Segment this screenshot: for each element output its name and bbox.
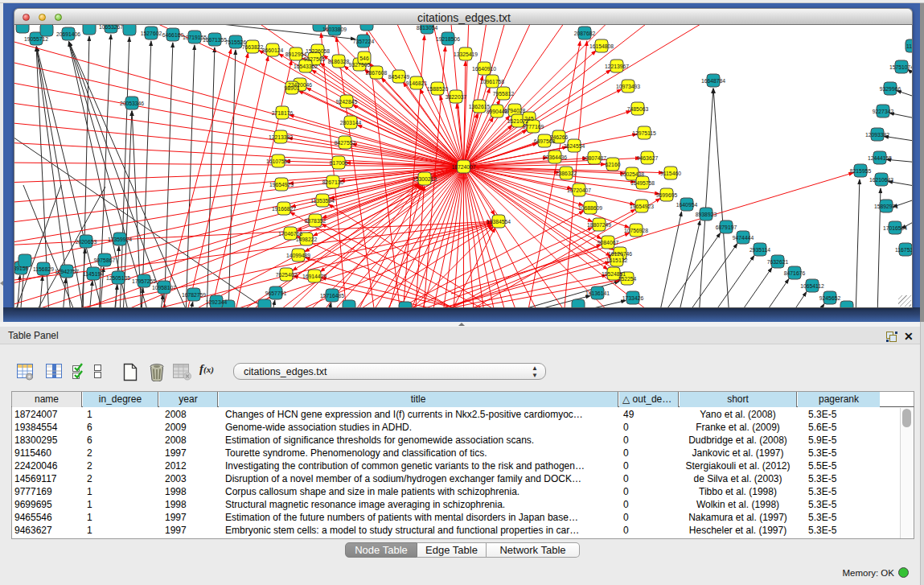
svg-text:15300213: 15300213	[413, 176, 437, 182]
svg-text:17359924: 17359924	[108, 237, 132, 242]
svg-text:16033809: 16033809	[322, 27, 347, 32]
svg-text:13325419: 13325419	[454, 51, 478, 57]
svg-text:14099489: 14099489	[286, 253, 310, 258]
svg-text:8186328: 8186328	[328, 59, 350, 64]
svg-text:7625402: 7625402	[276, 272, 298, 278]
svg-text:9474444: 9474444	[733, 235, 754, 241]
svg-text:2087682: 2087682	[574, 31, 596, 36]
svg-text:19218506: 19218506	[436, 36, 460, 42]
svg-text:16107552: 16107552	[266, 159, 290, 164]
svg-text:8454749: 8454749	[388, 74, 410, 80]
svg-text:8267130: 8267130	[322, 179, 344, 185]
svg-text:9115460: 9115460	[660, 171, 681, 176]
svg-text:3822037: 3822037	[446, 94, 467, 100]
svg-text:17016504: 17016504	[883, 225, 907, 231]
svg-text:16640910: 16640910	[472, 66, 496, 72]
svg-text:1156829: 1156829	[33, 266, 54, 272]
svg-text:817006: 817006	[330, 160, 348, 166]
svg-text:8938923: 8938923	[696, 212, 717, 217]
svg-text:252254: 252254	[618, 276, 637, 282]
svg-text:7485063: 7485063	[627, 106, 649, 112]
svg-text:62160: 62160	[606, 162, 621, 167]
svg-text:1145194: 1145194	[83, 271, 104, 277]
svg-text:16495758: 16495758	[630, 180, 655, 186]
svg-text:6794028: 6794028	[504, 108, 526, 113]
svg-text:16671355: 16671355	[203, 37, 227, 43]
svg-text:20691406: 20691406	[56, 31, 80, 37]
svg-text:9242845: 9242845	[336, 99, 358, 105]
svg-text:15751074: 15751074	[889, 64, 913, 70]
svg-text:7955812: 7955812	[493, 91, 515, 97]
svg-text:16648784: 16648784	[701, 78, 725, 84]
svg-text:39159: 39159	[14, 266, 29, 271]
svg-text:9327505: 9327505	[349, 62, 371, 68]
svg-text:18724007: 18724007	[451, 164, 475, 170]
svg-text:15720407: 15720407	[567, 187, 591, 193]
svg-text:10807487: 10807487	[582, 155, 606, 161]
svg-text:1117: 1117	[906, 43, 913, 49]
svg-text:10973493: 10973493	[616, 84, 640, 89]
svg-text:12213382: 12213382	[269, 134, 293, 140]
svg-text:8813054: 8813054	[417, 25, 438, 31]
svg-text:20364436: 20364436	[543, 154, 567, 160]
svg-text:2867608: 2867608	[366, 70, 388, 76]
svg-text:7632621: 7632621	[767, 259, 789, 265]
svg-text:17046766: 17046766	[278, 231, 302, 237]
svg-text:6879197: 6879197	[716, 225, 737, 230]
svg-text:16914479: 16914479	[302, 274, 326, 279]
svg-text:245: 245	[524, 116, 534, 122]
svg-text:8878352: 8878352	[305, 218, 326, 224]
svg-text:15892971: 15892971	[874, 204, 898, 209]
svg-text:12444155: 12444155	[868, 155, 892, 161]
svg-text:2935114: 2935114	[749, 247, 770, 253]
svg-text:9146821: 9146821	[406, 80, 428, 86]
svg-text:1527602: 1527602	[141, 31, 162, 36]
svg-text:10961758: 10961758	[480, 79, 504, 84]
svg-text:12213967: 12213967	[605, 64, 629, 69]
svg-text:12505135: 12505135	[106, 275, 130, 281]
svg-text:10958107: 10958107	[152, 285, 176, 290]
svg-text:12093382: 12093382	[865, 132, 889, 138]
svg-text:2803144: 2803144	[340, 120, 362, 126]
svg-text:1167533: 1167533	[895, 247, 913, 253]
svg-text:16782759: 16782759	[182, 292, 206, 298]
svg-text:16120746: 16120746	[608, 251, 632, 257]
svg-text:8427552: 8427552	[335, 140, 356, 146]
svg-text:1615132: 1615132	[606, 257, 628, 263]
svg-text:1588520: 1588520	[427, 86, 449, 92]
svg-text:7357224: 7357224	[353, 39, 375, 44]
svg-text:9777169: 9777169	[523, 124, 544, 130]
svg-text:10653267: 10653267	[99, 25, 123, 30]
svg-text:8215955: 8215955	[850, 168, 872, 174]
svg-text:14136141: 14136141	[585, 290, 610, 296]
svg-text:9329966: 9329966	[880, 86, 901, 92]
svg-text:9975867: 9975867	[94, 257, 116, 263]
svg-text:19654923: 19654923	[269, 182, 294, 187]
svg-text:20053346: 20053346	[120, 101, 144, 106]
svg-text:7386322: 7386322	[556, 171, 577, 176]
svg-text:9084067: 9084067	[598, 240, 619, 245]
svg-text:10756928: 10756928	[624, 228, 648, 233]
svg-text:546: 546	[359, 56, 369, 61]
svg-text:6466160: 6466160	[162, 32, 184, 38]
svg-text:17957255: 17957255	[132, 278, 156, 284]
svg-text:1733426: 1733426	[622, 295, 644, 301]
svg-text:15226058: 15226058	[306, 48, 330, 54]
svg-text:2020653: 2020653	[76, 239, 97, 245]
svg-text:9699695: 9699695	[656, 192, 678, 198]
svg-text:1640954: 1640954	[676, 202, 698, 208]
svg-text:9327505: 9327505	[304, 56, 326, 62]
svg-text:10688609: 10688609	[578, 205, 602, 211]
svg-text:2718176: 2718176	[272, 110, 294, 116]
svg-text:12942757: 12942757	[55, 269, 79, 274]
svg-text:7663822: 7663822	[242, 44, 264, 50]
svg-text:9657791: 9657791	[265, 290, 287, 296]
svg-text:10654112: 10654112	[800, 283, 824, 289]
svg-text:8471676: 8471676	[784, 270, 806, 276]
svg-text:12975115: 12975115	[632, 130, 656, 136]
svg-text:18807249: 18807249	[587, 222, 611, 228]
svg-text:9463627: 9463627	[637, 155, 659, 161]
svg-text:16543362: 16543362	[294, 64, 318, 69]
svg-text:8660124: 8660124	[262, 47, 284, 53]
svg-text:1498222: 1498222	[296, 237, 318, 242]
